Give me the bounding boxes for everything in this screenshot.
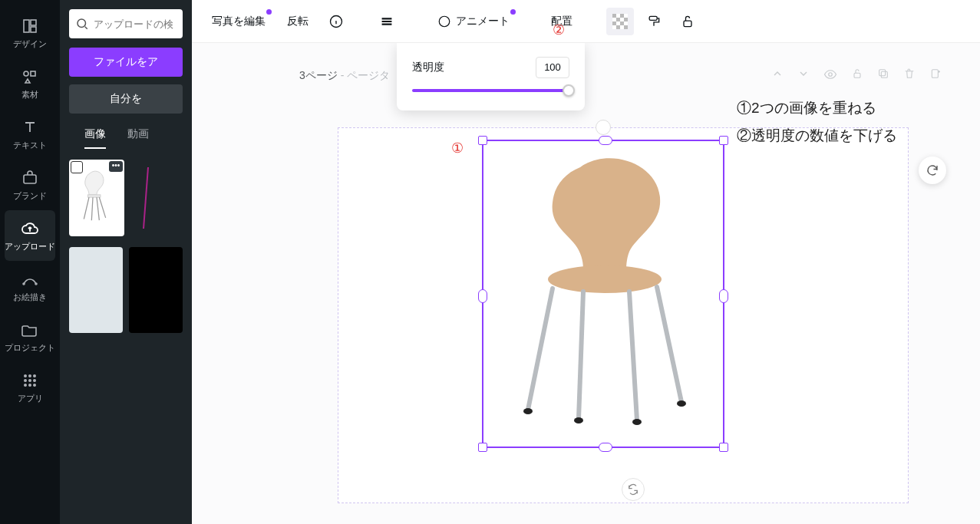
draw-icon xyxy=(21,270,39,288)
page-delete-button[interactable] xyxy=(903,68,916,84)
svg-rect-28 xyxy=(620,14,624,18)
resize-handle-rm[interactable] xyxy=(719,289,728,303)
page-sep: - xyxy=(338,69,347,81)
svg-line-22 xyxy=(99,197,105,218)
rotate-floating-button[interactable] xyxy=(919,157,946,184)
page-down-button[interactable] xyxy=(797,68,810,84)
annotation-text-2: ②透明度の数値を下げる xyxy=(737,126,897,146)
upload-thumbnail[interactable]: ••• xyxy=(69,160,124,236)
upload-file-button[interactable]: ファイルをア xyxy=(69,48,183,77)
svg-rect-27 xyxy=(612,14,616,18)
info-icon xyxy=(328,14,344,29)
nav-projects[interactable]: プロジェクト xyxy=(0,311,60,362)
upload-thumbnail-black[interactable] xyxy=(129,247,183,333)
svg-point-12 xyxy=(28,379,31,382)
rotation-handle[interactable] xyxy=(596,120,611,135)
upload-thumbnails-row2 xyxy=(69,247,183,333)
page-duplicate-button[interactable] xyxy=(877,68,889,84)
edit-photo-button[interactable]: 写真を編集 xyxy=(204,8,273,35)
svg-point-45 xyxy=(632,419,642,425)
paint-roller-icon xyxy=(646,14,662,29)
svg-rect-41 xyxy=(932,70,938,78)
chevron-down-icon xyxy=(797,68,810,80)
flip-button[interactable]: 反転 xyxy=(279,8,316,35)
thumbnail-more-icon[interactable]: ••• xyxy=(109,161,123,172)
tab-images[interactable]: 画像 xyxy=(84,127,106,149)
page-up-button[interactable] xyxy=(771,68,784,84)
upload-thumbnail-partial[interactable] xyxy=(130,160,161,236)
slider-knob[interactable] xyxy=(563,84,575,97)
transparency-button[interactable] xyxy=(606,8,634,35)
list-spacing-button[interactable] xyxy=(373,8,401,35)
svg-rect-18 xyxy=(87,195,101,197)
search-icon xyxy=(75,17,89,31)
page-sync-button[interactable] xyxy=(622,478,645,501)
chair-graphic-icon xyxy=(506,157,703,433)
thumbnail-checkbox[interactable] xyxy=(71,161,83,173)
nav-apps[interactable]: アプリ xyxy=(0,362,60,413)
svg-rect-36 xyxy=(684,21,691,26)
svg-point-37 xyxy=(829,73,833,77)
nav-text[interactable]: テキスト xyxy=(0,109,60,160)
svg-rect-1 xyxy=(31,20,36,25)
canvas-area[interactable]: 3ページ - ページタ xyxy=(192,43,980,524)
resize-handle-tl[interactable] xyxy=(478,136,487,145)
svg-point-46 xyxy=(677,400,686,407)
svg-point-11 xyxy=(24,379,27,382)
partial-icon xyxy=(142,167,150,229)
lock-open-icon xyxy=(680,14,695,29)
page-actions xyxy=(771,68,942,84)
resize-handle-bl[interactable] xyxy=(478,443,487,452)
sync-icon xyxy=(627,483,639,496)
svg-rect-32 xyxy=(620,21,624,25)
info-button[interactable] xyxy=(322,8,350,35)
cloud-upload-icon xyxy=(21,219,39,238)
svg-rect-29 xyxy=(616,18,620,21)
layout-icon xyxy=(21,17,39,35)
svg-rect-31 xyxy=(612,21,616,25)
upload-thumbnail-page[interactable] xyxy=(69,247,123,333)
svg-rect-34 xyxy=(624,25,628,29)
page-add-button[interactable] xyxy=(929,68,942,84)
nav-design[interactable]: デザイン xyxy=(0,8,60,58)
page-number-text: 3ページ xyxy=(299,69,338,81)
svg-rect-40 xyxy=(879,70,886,76)
uploads-side-panel: ファイルをア 自分を 画像 動画 ••• xyxy=(60,0,192,524)
style-copy-button[interactable] xyxy=(640,8,668,35)
transparency-value-input[interactable]: 100 xyxy=(536,57,569,78)
resize-handle-tm[interactable] xyxy=(599,136,612,145)
lock-open-icon xyxy=(851,68,863,80)
nav-draw[interactable]: お絵描き xyxy=(0,261,60,311)
resize-handle-br[interactable] xyxy=(719,443,728,452)
nav-label: プロジェクト xyxy=(5,342,55,354)
nav-uploads[interactable]: アップロード xyxy=(5,210,55,261)
page-lock-button[interactable] xyxy=(851,68,863,84)
resize-handle-tr[interactable] xyxy=(719,136,728,145)
page-hide-button[interactable] xyxy=(823,68,837,84)
animate-label: アニメート xyxy=(456,15,510,28)
tab-videos[interactable]: 動画 xyxy=(127,127,149,149)
shapes-icon xyxy=(21,68,39,86)
svg-point-25 xyxy=(439,16,450,27)
nav-brand[interactable]: ブランド xyxy=(0,160,60,210)
nav-elements[interactable]: 素材 xyxy=(0,58,60,109)
chair-image[interactable] xyxy=(506,157,703,433)
transparency-popover: 透明度 100 xyxy=(397,43,585,110)
search-input-wrap[interactable] xyxy=(69,9,183,38)
record-yourself-button[interactable]: 自分を xyxy=(69,84,183,114)
transparency-slider[interactable] xyxy=(412,89,569,92)
resize-handle-lm[interactable] xyxy=(478,289,487,303)
lock-button[interactable] xyxy=(674,8,701,35)
nav-label: アプリ xyxy=(18,393,43,404)
nav-rail: デザイン 素材 テキスト ブランド アップロード お絵描き プロジェクト アプリ xyxy=(0,0,60,524)
annotation-marker-1: ① xyxy=(451,140,464,157)
page-label[interactable]: 3ページ - ページタ xyxy=(299,69,390,83)
text-icon xyxy=(21,118,39,137)
svg-point-9 xyxy=(28,374,31,377)
animate-button[interactable]: アニメート xyxy=(430,8,517,35)
selected-element-frame[interactable] xyxy=(482,140,724,448)
svg-point-44 xyxy=(574,417,583,423)
edit-photo-label: 写真を編集 xyxy=(212,15,266,28)
search-input[interactable] xyxy=(94,18,177,30)
resize-handle-bm[interactable] xyxy=(599,443,612,452)
